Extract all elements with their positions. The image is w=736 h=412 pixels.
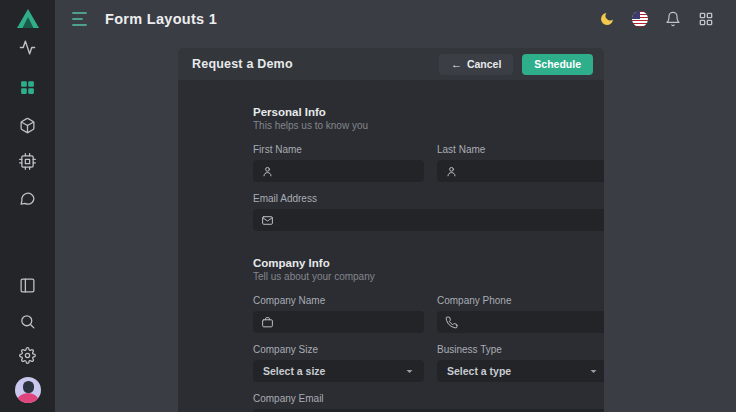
field-first-name: First Name [253, 144, 424, 182]
us-flag-icon[interactable] [630, 9, 650, 29]
sidebar-item-layouts[interactable] [16, 75, 40, 99]
field-label: First Name [253, 144, 424, 155]
phone-icon [445, 316, 458, 329]
field-email-address: Email Address [253, 193, 604, 231]
mail-icon [261, 214, 274, 227]
box-icon [19, 117, 36, 134]
schedule-button[interactable]: Schedule [522, 54, 593, 75]
request-demo-card: Request a Demo ← Cancel Schedule Persona… [178, 48, 604, 412]
field-company-email: Company Email [253, 393, 604, 412]
layout-panel-icon [19, 277, 36, 294]
sidebar-item-search[interactable] [16, 309, 40, 333]
company-phone-input[interactable] [437, 311, 604, 333]
brand-logo-icon[interactable] [15, 7, 41, 31]
user-avatar[interactable] [15, 377, 41, 403]
sidebar-item-panels[interactable] [16, 273, 40, 297]
back-arrow-icon: ← [451, 59, 462, 70]
first-name-text[interactable] [281, 165, 416, 177]
top-header: Form Layouts 1 [55, 0, 736, 38]
header-actions [597, 9, 716, 29]
field-company-phone: Company Phone [437, 295, 604, 333]
sidebar [0, 0, 55, 412]
apps-grid-icon[interactable] [696, 9, 716, 29]
field-company-size: Company Size Select a size [253, 344, 424, 382]
moon-icon[interactable] [597, 9, 617, 29]
chevron-down-icon [589, 367, 598, 376]
avatar-head [23, 381, 34, 393]
card-header: Request a Demo ← Cancel Schedule [178, 48, 604, 80]
section-subtitle: Tell us about your company [253, 271, 530, 282]
field-label: Company Phone [437, 295, 604, 306]
hamburger-menu-icon[interactable] [72, 12, 90, 26]
company-phone-text[interactable] [465, 316, 600, 328]
selected-value: Select a size [263, 365, 325, 377]
sidebar-item-hardware[interactable] [16, 149, 40, 173]
section-personal-info: Personal Info This helps us to know you … [253, 106, 530, 231]
field-label: Company Name [253, 295, 424, 306]
card-actions: ← Cancel Schedule [439, 54, 593, 75]
person-icon [445, 165, 458, 178]
selected-value: Select a type [447, 365, 511, 377]
briefcase-icon [261, 316, 274, 329]
cancel-button[interactable]: ← Cancel [439, 54, 513, 75]
company-name-text[interactable] [281, 316, 416, 328]
avatar-shirt [17, 393, 39, 403]
field-label: Last Name [437, 144, 604, 155]
email-address-input[interactable] [253, 209, 604, 231]
field-business-type: Business Type Select a type [437, 344, 604, 382]
cpu-icon [19, 153, 36, 170]
email-address-text[interactable] [281, 214, 600, 226]
section-title: Personal Info [253, 106, 530, 118]
sidebar-item-activity[interactable] [16, 35, 40, 59]
card-body: Personal Info This helps us to know you … [178, 80, 604, 412]
section-subtitle: This helps us to know you [253, 120, 530, 131]
field-label: Company Size [253, 344, 424, 355]
search-icon [19, 313, 36, 330]
activity-icon [19, 39, 36, 56]
section-title: Company Info [253, 257, 530, 269]
bell-icon[interactable] [663, 9, 683, 29]
chat-bubble-icon [19, 190, 36, 207]
last-name-text[interactable] [465, 165, 600, 177]
gear-icon [19, 347, 36, 364]
field-last-name: Last Name [437, 144, 604, 182]
section-company-info: Company Info Tell us about your company … [253, 257, 530, 412]
field-label: Email Address [253, 193, 604, 204]
last-name-input[interactable] [437, 160, 604, 182]
field-label: Business Type [437, 344, 604, 355]
business-type-select[interactable]: Select a type [437, 360, 604, 382]
sidebar-item-settings[interactable] [16, 343, 40, 367]
sidebar-item-packages[interactable] [16, 113, 40, 137]
field-company-name: Company Name [253, 295, 424, 333]
person-icon [261, 165, 274, 178]
card-title: Request a Demo [192, 57, 293, 71]
app-screen: Form Layouts 1 Request a Demo ← Cancel [0, 0, 736, 412]
company-name-input[interactable] [253, 311, 424, 333]
page-title: Form Layouts 1 [105, 11, 217, 27]
company-size-select[interactable]: Select a size [253, 360, 424, 382]
field-label: Company Email [253, 393, 604, 404]
grid-icon [19, 79, 36, 96]
first-name-input[interactable] [253, 160, 424, 182]
chevron-down-icon [405, 367, 414, 376]
sidebar-item-chat[interactable] [16, 186, 40, 210]
